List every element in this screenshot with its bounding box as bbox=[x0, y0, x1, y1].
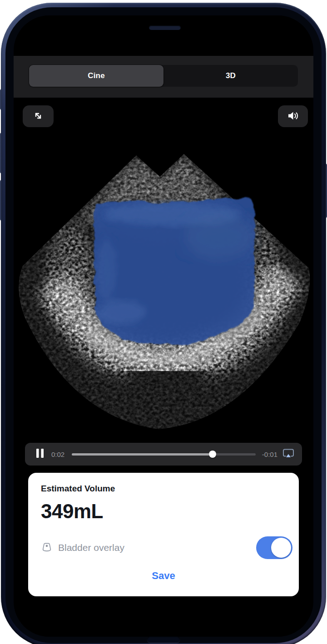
tab-3d[interactable]: 3D bbox=[164, 65, 298, 87]
seek-thumb[interactable] bbox=[209, 451, 216, 458]
view-mode-segmented-control: Cine 3D bbox=[29, 65, 298, 87]
earpiece-speaker bbox=[149, 25, 181, 30]
seek-bar[interactable] bbox=[72, 453, 256, 456]
save-button[interactable]: Save bbox=[41, 570, 286, 582]
front-camera-icon bbox=[193, 25, 199, 30]
view-mode-bar: Cine 3D bbox=[14, 56, 313, 98]
tab-cine[interactable]: Cine bbox=[29, 65, 164, 87]
tab-3d-label: 3D bbox=[226, 71, 236, 80]
airplay-button[interactable] bbox=[282, 448, 295, 461]
fullscreen-button[interactable] bbox=[23, 105, 54, 127]
phone-frame: Cine 3D bbox=[1, 3, 326, 644]
pause-icon bbox=[36, 448, 44, 460]
phone-mockup: Cine 3D bbox=[0, 0, 327, 644]
sound-button[interactable] bbox=[278, 105, 308, 127]
ultrasound-image[interactable] bbox=[14, 132, 313, 450]
bladder-overlay-region bbox=[94, 198, 255, 345]
toggle-knob bbox=[271, 538, 291, 558]
airplay-icon bbox=[282, 448, 295, 461]
overlay-toggle-row: Bladder overlay bbox=[41, 536, 286, 559]
tab-cine-label: Cine bbox=[88, 71, 105, 80]
pause-button[interactable] bbox=[36, 448, 44, 460]
expand-diagonal-icon bbox=[31, 109, 45, 124]
elapsed-time: 0:02 bbox=[51, 451, 64, 458]
video-controls: 0:02 -0:01 bbox=[25, 443, 302, 466]
speaker-waves-icon bbox=[287, 110, 299, 123]
remaining-time: -0:01 bbox=[262, 451, 277, 458]
phone-screen: Cine 3D bbox=[14, 15, 313, 637]
overlay-label: Bladder overlay bbox=[58, 542, 256, 553]
seek-bar-fill bbox=[72, 453, 213, 456]
volume-value: 349mL bbox=[41, 500, 286, 523]
card-title: Estimated Volume bbox=[41, 484, 286, 494]
bladder-overlay-toggle[interactable] bbox=[256, 536, 292, 559]
estimated-volume-card: Estimated Volume 349mL Bladder overlay S… bbox=[28, 473, 299, 596]
charging-port bbox=[147, 636, 180, 643]
bladder-probe-icon bbox=[41, 542, 53, 554]
